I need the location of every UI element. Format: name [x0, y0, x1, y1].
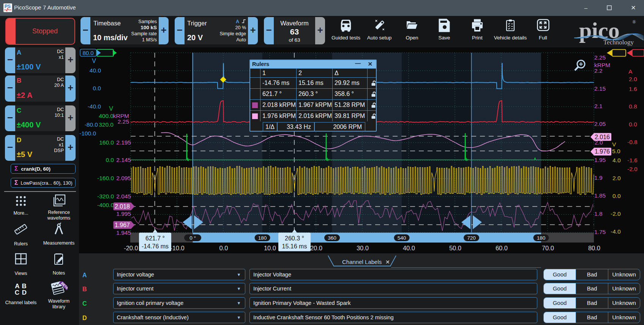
svg-text:V: V [612, 141, 616, 148]
svg-text:2.0: 2.0 [612, 175, 621, 181]
svg-text:A: A [628, 68, 633, 75]
svg-text:50.0: 50.0 [449, 245, 461, 251]
svg-text:0.0: 0.0 [629, 121, 637, 127]
svg-text:80.0: 80.0 [588, 245, 600, 251]
svg-text:60.0: 60.0 [496, 245, 508, 251]
svg-text:2.0: 2.0 [629, 76, 637, 82]
svg-text:V: V [92, 58, 96, 64]
svg-text:2.145: 2.145 [116, 157, 131, 163]
svg-text:2.1: 2.1 [594, 103, 603, 109]
svg-text:-2.0: -2.0 [627, 166, 638, 172]
svg-text:kRPM: kRPM [113, 113, 129, 119]
svg-text:-10.0: -10.0 [170, 245, 185, 251]
svg-text:1.976: 1.976 [595, 148, 610, 155]
svg-text:1.95: 1.95 [594, 157, 606, 163]
svg-text:2.25: 2.25 [118, 118, 129, 125]
svg-text:0.0: 0.0 [219, 245, 228, 251]
svg-text:1.75: 1.75 [594, 229, 606, 235]
svg-text:40.0: 40.0 [90, 67, 101, 74]
svg-text:4.0: 4.0 [612, 157, 621, 163]
svg-text:1.6: 1.6 [629, 86, 637, 92]
svg-text:-80.0: -80.0 [85, 121, 98, 128]
svg-text:1.995: 1.995 [116, 210, 131, 217]
svg-text:-2.0: -2.0 [611, 210, 621, 217]
svg-text:180: 180 [537, 235, 546, 241]
svg-text:V: V [109, 105, 113, 112]
svg-text:1.85: 1.85 [594, 192, 606, 199]
svg-text:180: 180 [258, 235, 267, 241]
svg-text:30.0: 30.0 [357, 245, 369, 251]
svg-text:1.967: 1.967 [115, 222, 130, 228]
svg-text:2.016: 2.016 [595, 134, 610, 140]
svg-text:40.0: 40.0 [403, 245, 415, 251]
svg-text:2.018: 2.018 [115, 203, 130, 210]
svg-text:20.0: 20.0 [310, 245, 322, 251]
svg-text:2.05: 2.05 [594, 121, 606, 127]
svg-text:kRPM: kRPM [594, 62, 610, 68]
svg-text:0.0: 0.0 [612, 193, 621, 199]
svg-text:5.0: 5.0 [612, 148, 620, 154]
svg-text:10.0: 10.0 [264, 245, 276, 251]
svg-text:1.9: 1.9 [594, 174, 603, 181]
svg-text:540: 540 [398, 235, 406, 241]
svg-text:320.0: 320.0 [99, 121, 114, 128]
svg-text:-100.0: -100.0 [79, 130, 96, 137]
svg-text:260.3 °: 260.3 ° [285, 235, 304, 242]
svg-text:2.2: 2.2 [594, 68, 603, 74]
svg-text:1.8: 1.8 [594, 210, 603, 217]
svg-text:-4.0: -4.0 [611, 228, 621, 235]
svg-text:-400.0: -400.0 [97, 202, 114, 208]
svg-text:80.0: 80.0 [82, 50, 93, 56]
svg-text:✕: ✕ [385, 259, 390, 265]
svg-text:0.8: 0.8 [629, 103, 637, 110]
svg-text:2.095: 2.095 [116, 175, 131, 181]
svg-text:360: 360 [328, 235, 336, 241]
svg-text:-0.8: -0.8 [627, 139, 638, 145]
svg-text:-40.0: -40.0 [88, 103, 101, 110]
svg-text:2.195: 2.195 [116, 139, 131, 146]
svg-text:621.7 °: 621.7 ° [145, 235, 165, 242]
svg-text:-20.0: -20.0 [124, 245, 138, 251]
svg-text:2.25: 2.25 [594, 54, 606, 61]
svg-text:2.15: 2.15 [594, 85, 606, 92]
svg-text:720: 720 [467, 235, 476, 241]
svg-text:0.0: 0.0 [106, 157, 114, 163]
svg-text:15.16 ms: 15.16 ms [282, 243, 307, 250]
svg-text:400.0: 400.0 [99, 113, 114, 119]
svg-text:-160.0: -160.0 [97, 175, 114, 181]
svg-text:0 °: 0 ° [189, 235, 196, 241]
svg-text:-14.76 ms: -14.76 ms [142, 243, 169, 250]
svg-text:70.0: 70.0 [542, 245, 554, 251]
svg-text:2.045: 2.045 [116, 193, 131, 199]
svg-text:-320.0: -320.0 [97, 193, 114, 199]
svg-text:0.0: 0.0 [93, 85, 101, 91]
svg-text:1.945: 1.945 [116, 229, 131, 236]
svg-text:Channel Labels: Channel Labels [342, 259, 382, 265]
svg-text:160.0: 160.0 [99, 139, 114, 146]
svg-text:-1.6: -1.6 [627, 157, 638, 163]
